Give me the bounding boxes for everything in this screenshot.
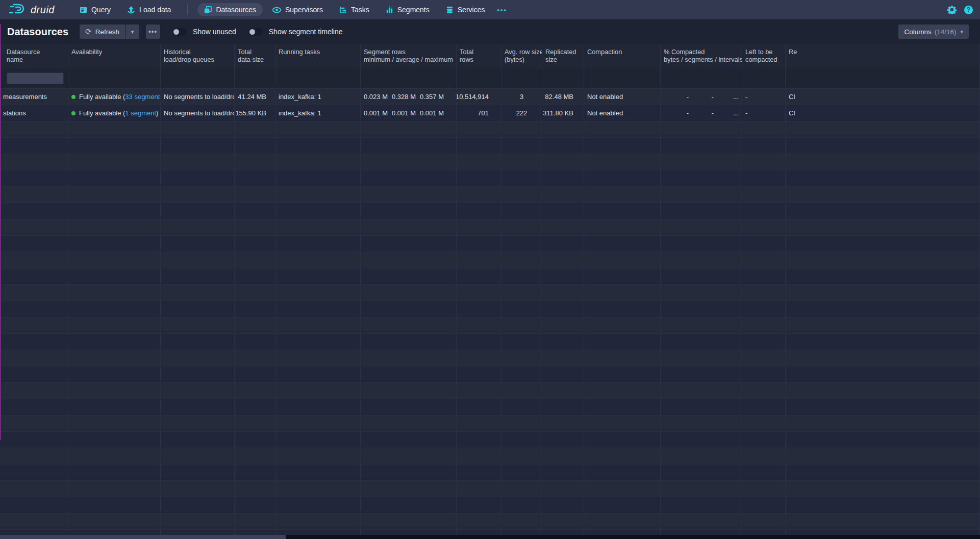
nav-item-services[interactable]: Services [439,3,492,16]
empty-cell [457,530,501,535]
empty-cell [161,301,235,317]
empty-cell [786,432,980,448]
empty-cell [584,432,661,448]
empty-cell [661,317,742,333]
table-row-empty [0,415,980,432]
empty-cell [501,187,542,203]
empty-cell [361,399,457,415]
empty-cell [542,236,584,252]
nav-item-label: Datasources [216,6,256,14]
show-segment-timeline-toggle[interactable]: Show segment timeline [248,28,343,36]
empty-cell [786,219,980,235]
empty-cell [742,383,786,399]
col-header-compaction[interactable]: Compaction [584,44,661,68]
empty-cell [542,497,584,513]
table-row-empty [0,121,980,138]
empty-cell [542,530,584,535]
col-header-avg-row-size[interactable]: Avg. row size(bytes) [501,44,542,68]
empty-cell [786,334,980,350]
col-header-availability[interactable]: Availability [68,44,161,68]
empty-cell [501,203,542,219]
empty-cell [68,334,161,350]
empty-cell [68,530,161,535]
available-status-icon [71,95,76,99]
empty-cell [0,317,68,333]
col-header-replicated-size[interactable]: Replicatedsize [542,44,584,68]
table-row-empty [0,285,980,301]
help-icon[interactable]: ? [964,6,973,14]
empty-cell [786,481,980,497]
refresh-interval-dropdown[interactable]: ▾ [125,24,139,39]
empty-cell [275,530,361,535]
empty-cell [0,415,68,431]
nav-item-supervisors[interactable]: Supervisors [266,3,330,16]
empty-cell [361,464,457,480]
col-header-historical-queues[interactable]: Historicalload/drop queues [161,44,235,68]
empty-cell [786,415,980,431]
cell-datasource-name: stations [0,105,68,121]
empty-cell [661,154,742,170]
empty-cell [161,513,235,529]
refresh-button[interactable]: ⟳ Refresh [80,24,125,39]
empty-cell [786,383,980,399]
col-header-running-tasks[interactable]: Running tasks [275,44,361,68]
datasource-filter-input[interactable] [7,72,64,84]
empty-cell [457,154,501,170]
empty-cell [361,366,457,382]
cell-pct-compacted: --... [661,105,742,121]
empty-cell [275,513,361,529]
nav-item-tasks[interactable]: Tasks [333,3,376,16]
empty-cell [0,252,68,268]
horizontal-scrollbar-thumb[interactable] [0,535,286,539]
empty-cell [457,301,501,317]
segments-link[interactable]: 33 segments [125,93,161,101]
empty-cell [786,366,980,382]
empty-cell [742,219,786,235]
empty-cell [542,513,584,529]
cell-datasource-name: measurements [0,89,68,105]
segments-link[interactable]: 1 segment [125,109,156,117]
empty-cell [161,530,235,535]
empty-cell [0,187,68,203]
datasources-table: Datasourcename Availability Historicallo… [0,44,980,535]
show-unused-toggle[interactable]: Show unused [172,28,236,36]
empty-cell [275,399,361,415]
columns-picker-button[interactable]: Columns (14/16) ▾ [898,24,969,39]
table-row-empty [0,497,980,513]
nav-more-button[interactable]: ••• [493,4,511,16]
col-header-retention[interactable]: Re [786,44,980,68]
empty-cell [786,252,980,268]
table-row-stations[interactable]: stations Fully available (1 segment) No … [0,105,980,121]
col-header-pct-compacted[interactable]: % Compactedbytes / segments / intervals [661,44,742,68]
empty-cell [501,334,542,350]
table-row-empty [0,334,980,350]
empty-cell [584,497,661,513]
empty-cell [742,334,786,350]
empty-cell [275,138,361,154]
table-row-empty [0,219,980,236]
empty-cell [0,203,68,219]
nav-item-segments[interactable]: Segments [379,3,436,16]
col-header-segment-rows[interactable]: Segment rowsminimum / average / maximum [361,44,457,68]
empty-cell [584,334,661,350]
empty-cell [235,464,275,480]
settings-gear-icon[interactable] [947,5,957,14]
col-header-left-to-compact[interactable]: Left to becompacted [742,44,786,68]
nav-item-load-data[interactable]: Load data [120,3,178,16]
col-header-total-data-size[interactable]: Totaldata size [235,44,275,68]
empty-cell [742,203,786,219]
col-header-total-rows[interactable]: Totalrows [457,44,501,68]
cell-compaction: Not enabled [584,105,661,121]
nav-item-datasources[interactable]: Datasources [197,3,263,16]
table-row-measurements[interactable]: measurements Fully available (33 segment… [0,89,980,105]
empty-cell [742,252,786,268]
nav-item-query[interactable]: Query [73,3,117,16]
empty-cell [235,448,275,464]
more-actions-button[interactable]: ••• [146,24,160,39]
col-header-datasource-name[interactable]: Datasourcename [0,44,68,68]
empty-cell [68,285,161,301]
empty-cell [161,138,235,154]
druid-logo[interactable]: druid [9,3,55,17]
empty-cell [161,464,235,480]
empty-cell [0,350,68,366]
